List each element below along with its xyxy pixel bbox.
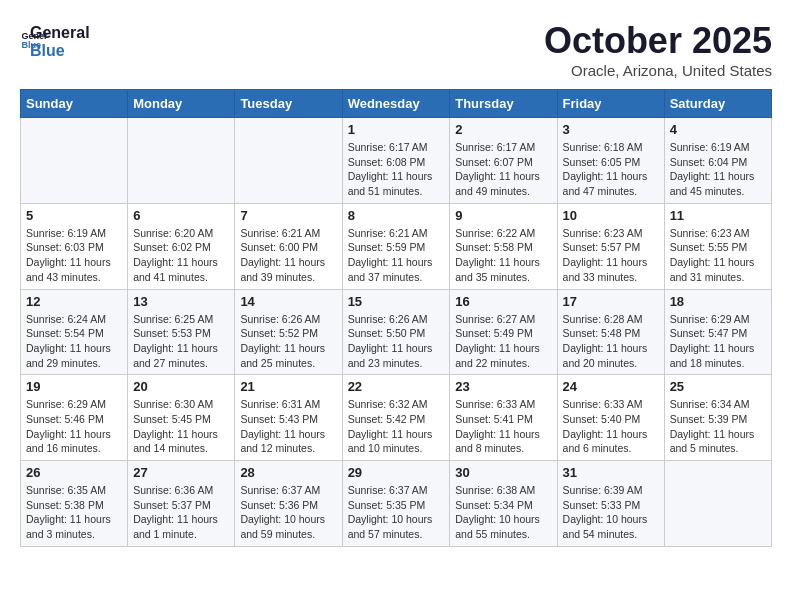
weekday-header-saturday: Saturday (664, 90, 771, 118)
page-header: General Blue General Blue October 2025 O… (20, 20, 772, 79)
day-number: 4 (670, 122, 766, 137)
day-content: Sunrise: 6:35 AM Sunset: 5:38 PM Dayligh… (26, 483, 122, 542)
day-cell: 9Sunrise: 6:22 AM Sunset: 5:58 PM Daylig… (450, 203, 557, 289)
day-content: Sunrise: 6:33 AM Sunset: 5:41 PM Dayligh… (455, 397, 551, 456)
day-content: Sunrise: 6:26 AM Sunset: 5:52 PM Dayligh… (240, 312, 336, 371)
location-subtitle: Oracle, Arizona, United States (544, 62, 772, 79)
day-cell: 12Sunrise: 6:24 AM Sunset: 5:54 PM Dayli… (21, 289, 128, 375)
day-number: 30 (455, 465, 551, 480)
day-cell: 25Sunrise: 6:34 AM Sunset: 5:39 PM Dayli… (664, 375, 771, 461)
day-content: Sunrise: 6:36 AM Sunset: 5:37 PM Dayligh… (133, 483, 229, 542)
logo-blue: Blue (30, 42, 90, 60)
day-cell (21, 118, 128, 204)
day-content: Sunrise: 6:29 AM Sunset: 5:47 PM Dayligh… (670, 312, 766, 371)
day-cell: 4Sunrise: 6:19 AM Sunset: 6:04 PM Daylig… (664, 118, 771, 204)
day-number: 23 (455, 379, 551, 394)
day-number: 7 (240, 208, 336, 223)
day-number: 13 (133, 294, 229, 309)
month-title: October 2025 (544, 20, 772, 62)
day-number: 27 (133, 465, 229, 480)
title-area: October 2025 Oracle, Arizona, United Sta… (544, 20, 772, 79)
day-content: Sunrise: 6:26 AM Sunset: 5:50 PM Dayligh… (348, 312, 445, 371)
day-number: 20 (133, 379, 229, 394)
week-row-4: 19Sunrise: 6:29 AM Sunset: 5:46 PM Dayli… (21, 375, 772, 461)
day-content: Sunrise: 6:21 AM Sunset: 5:59 PM Dayligh… (348, 226, 445, 285)
day-content: Sunrise: 6:18 AM Sunset: 6:05 PM Dayligh… (563, 140, 659, 199)
day-content: Sunrise: 6:27 AM Sunset: 5:49 PM Dayligh… (455, 312, 551, 371)
day-cell: 8Sunrise: 6:21 AM Sunset: 5:59 PM Daylig… (342, 203, 450, 289)
day-number: 18 (670, 294, 766, 309)
day-cell (235, 118, 342, 204)
day-number: 3 (563, 122, 659, 137)
week-row-3: 12Sunrise: 6:24 AM Sunset: 5:54 PM Dayli… (21, 289, 772, 375)
day-cell: 22Sunrise: 6:32 AM Sunset: 5:42 PM Dayli… (342, 375, 450, 461)
day-number: 12 (26, 294, 122, 309)
day-content: Sunrise: 6:37 AM Sunset: 5:35 PM Dayligh… (348, 483, 445, 542)
weekday-header-tuesday: Tuesday (235, 90, 342, 118)
logo-general: General (30, 24, 90, 42)
day-number: 17 (563, 294, 659, 309)
day-content: Sunrise: 6:17 AM Sunset: 6:07 PM Dayligh… (455, 140, 551, 199)
weekday-header-row: SundayMondayTuesdayWednesdayThursdayFrid… (21, 90, 772, 118)
day-number: 21 (240, 379, 336, 394)
day-cell: 17Sunrise: 6:28 AM Sunset: 5:48 PM Dayli… (557, 289, 664, 375)
day-content: Sunrise: 6:19 AM Sunset: 6:03 PM Dayligh… (26, 226, 122, 285)
day-cell: 15Sunrise: 6:26 AM Sunset: 5:50 PM Dayli… (342, 289, 450, 375)
day-content: Sunrise: 6:20 AM Sunset: 6:02 PM Dayligh… (133, 226, 229, 285)
day-content: Sunrise: 6:17 AM Sunset: 6:08 PM Dayligh… (348, 140, 445, 199)
day-cell: 18Sunrise: 6:29 AM Sunset: 5:47 PM Dayli… (664, 289, 771, 375)
day-content: Sunrise: 6:32 AM Sunset: 5:42 PM Dayligh… (348, 397, 445, 456)
day-content: Sunrise: 6:22 AM Sunset: 5:58 PM Dayligh… (455, 226, 551, 285)
day-cell: 16Sunrise: 6:27 AM Sunset: 5:49 PM Dayli… (450, 289, 557, 375)
day-number: 5 (26, 208, 122, 223)
day-cell: 10Sunrise: 6:23 AM Sunset: 5:57 PM Dayli… (557, 203, 664, 289)
day-number: 6 (133, 208, 229, 223)
day-cell: 3Sunrise: 6:18 AM Sunset: 6:05 PM Daylig… (557, 118, 664, 204)
day-cell: 26Sunrise: 6:35 AM Sunset: 5:38 PM Dayli… (21, 461, 128, 547)
day-number: 19 (26, 379, 122, 394)
day-number: 15 (348, 294, 445, 309)
day-number: 25 (670, 379, 766, 394)
day-cell: 28Sunrise: 6:37 AM Sunset: 5:36 PM Dayli… (235, 461, 342, 547)
day-content: Sunrise: 6:33 AM Sunset: 5:40 PM Dayligh… (563, 397, 659, 456)
day-number: 1 (348, 122, 445, 137)
day-number: 2 (455, 122, 551, 137)
day-cell: 31Sunrise: 6:39 AM Sunset: 5:33 PM Dayli… (557, 461, 664, 547)
day-content: Sunrise: 6:30 AM Sunset: 5:45 PM Dayligh… (133, 397, 229, 456)
day-number: 10 (563, 208, 659, 223)
day-cell: 23Sunrise: 6:33 AM Sunset: 5:41 PM Dayli… (450, 375, 557, 461)
day-number: 11 (670, 208, 766, 223)
day-content: Sunrise: 6:29 AM Sunset: 5:46 PM Dayligh… (26, 397, 122, 456)
calendar-table: SundayMondayTuesdayWednesdayThursdayFrid… (20, 89, 772, 547)
day-cell: 24Sunrise: 6:33 AM Sunset: 5:40 PM Dayli… (557, 375, 664, 461)
day-cell (128, 118, 235, 204)
day-content: Sunrise: 6:25 AM Sunset: 5:53 PM Dayligh… (133, 312, 229, 371)
day-number: 29 (348, 465, 445, 480)
day-number: 31 (563, 465, 659, 480)
day-number: 24 (563, 379, 659, 394)
day-content: Sunrise: 6:21 AM Sunset: 6:00 PM Dayligh… (240, 226, 336, 285)
day-content: Sunrise: 6:34 AM Sunset: 5:39 PM Dayligh… (670, 397, 766, 456)
logo: General Blue General Blue (20, 20, 90, 59)
day-content: Sunrise: 6:39 AM Sunset: 5:33 PM Dayligh… (563, 483, 659, 542)
weekday-header-monday: Monday (128, 90, 235, 118)
day-cell (664, 461, 771, 547)
day-content: Sunrise: 6:19 AM Sunset: 6:04 PM Dayligh… (670, 140, 766, 199)
day-cell: 6Sunrise: 6:20 AM Sunset: 6:02 PM Daylig… (128, 203, 235, 289)
day-cell: 5Sunrise: 6:19 AM Sunset: 6:03 PM Daylig… (21, 203, 128, 289)
day-content: Sunrise: 6:28 AM Sunset: 5:48 PM Dayligh… (563, 312, 659, 371)
weekday-header-wednesday: Wednesday (342, 90, 450, 118)
day-content: Sunrise: 6:37 AM Sunset: 5:36 PM Dayligh… (240, 483, 336, 542)
day-cell: 30Sunrise: 6:38 AM Sunset: 5:34 PM Dayli… (450, 461, 557, 547)
day-cell: 14Sunrise: 6:26 AM Sunset: 5:52 PM Dayli… (235, 289, 342, 375)
day-number: 14 (240, 294, 336, 309)
week-row-5: 26Sunrise: 6:35 AM Sunset: 5:38 PM Dayli… (21, 461, 772, 547)
day-number: 9 (455, 208, 551, 223)
day-content: Sunrise: 6:23 AM Sunset: 5:57 PM Dayligh… (563, 226, 659, 285)
weekday-header-friday: Friday (557, 90, 664, 118)
week-row-1: 1Sunrise: 6:17 AM Sunset: 6:08 PM Daylig… (21, 118, 772, 204)
day-cell: 11Sunrise: 6:23 AM Sunset: 5:55 PM Dayli… (664, 203, 771, 289)
day-cell: 13Sunrise: 6:25 AM Sunset: 5:53 PM Dayli… (128, 289, 235, 375)
day-content: Sunrise: 6:23 AM Sunset: 5:55 PM Dayligh… (670, 226, 766, 285)
weekday-header-thursday: Thursday (450, 90, 557, 118)
